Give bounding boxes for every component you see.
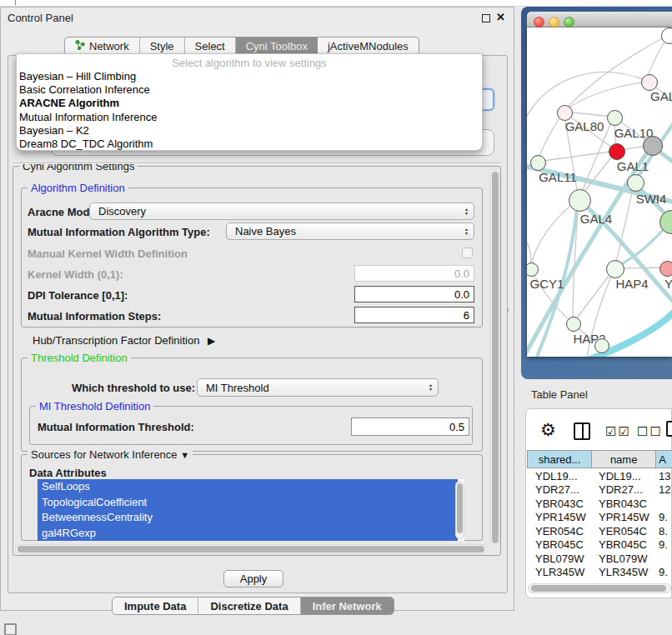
data-attribute-item[interactable]: TopologicalCoefficient xyxy=(38,495,458,511)
tab-network[interactable]: Network xyxy=(65,38,140,54)
mi-type-value: Naive Bayes xyxy=(235,225,296,238)
mi-type-select[interactable]: Naive Bayes ▴▾ xyxy=(226,222,474,240)
cell-name: YPR145W xyxy=(592,511,657,523)
algorithm-menu-item[interactable]: Bayesian – Hill Climbing xyxy=(18,70,479,83)
mi-steps-input[interactable] xyxy=(354,307,474,323)
window-close-button[interactable] xyxy=(534,17,544,28)
table-row[interactable]: YBL079W YBL079W xyxy=(527,552,672,566)
tab-cyni-toolbox-label: Cyni Toolbox xyxy=(246,40,308,52)
mi-threshold-input[interactable] xyxy=(351,418,469,436)
table-horizontal-scrollbar[interactable] xyxy=(528,583,671,593)
table-row[interactable]: YBR045C YBR045C 9. xyxy=(527,538,672,552)
tab-style[interactable]: Style xyxy=(140,38,185,54)
cell-shared-name: YBR043C xyxy=(527,498,592,510)
algorithm-dropdown-list: Bayesian – Hill ClimbingBasic Correlatio… xyxy=(18,70,479,151)
aracne-mode-select[interactable]: Discovery ▴▾ xyxy=(89,202,474,220)
network-node-label: GAL80 xyxy=(565,119,604,133)
settings-horizontal-scrollbar-thumb[interactable] xyxy=(18,546,484,552)
network-node[interactable] xyxy=(643,136,663,156)
cell-name: YDL19... xyxy=(592,470,657,482)
network-node-hap2[interactable] xyxy=(566,317,581,332)
network-node-y[interactable] xyxy=(659,261,672,277)
table-row[interactable]: YBR043C YBR043C xyxy=(527,497,672,511)
apply-button[interactable]: Apply xyxy=(223,570,283,588)
hub-definition-label: Hub/Transcription Factor Definition xyxy=(33,334,199,347)
dpi-tolerance-input[interactable] xyxy=(354,286,474,302)
kernel-width-input[interactable] xyxy=(354,265,474,282)
tab-discretize-data[interactable]: Discretize Data xyxy=(198,598,300,614)
network-node[interactable] xyxy=(661,28,672,44)
manual-kernel-checkbox[interactable] xyxy=(462,248,473,258)
settings-vertical-scrollbar[interactable] xyxy=(490,169,500,546)
cell-shared-name: YER054C xyxy=(527,525,592,538)
close-icon[interactable]: ✕ xyxy=(496,11,505,23)
gear-icon[interactable]: ⚙ xyxy=(540,420,556,440)
table-header-row: shared... name A xyxy=(527,450,672,468)
algorithm-menu-item[interactable]: Basic Correlation Inference xyxy=(18,83,479,97)
attributes-scrollbar-thumb[interactable] xyxy=(457,483,463,533)
window-zoom-button[interactable] xyxy=(564,17,574,28)
cell-value: 9. xyxy=(657,538,672,551)
hidden-panel-edge xyxy=(13,162,501,164)
network-node-gal10[interactable] xyxy=(607,110,623,126)
cell-name: YIL052C xyxy=(592,580,657,582)
algorithm-menu-item[interactable]: Bayesian – K2 xyxy=(18,124,479,138)
tab-select[interactable]: Select xyxy=(185,38,236,54)
column-header-shared-name[interactable]: shared... xyxy=(527,450,591,468)
expanded-arrow-icon[interactable]: ▼ xyxy=(180,450,189,460)
split-columns-icon[interactable] xyxy=(574,422,590,440)
which-threshold-select[interactable]: MI Threshold ▴▾ xyxy=(197,378,439,397)
network-node-gal1[interactable] xyxy=(609,143,625,160)
algorithm-menu-item[interactable]: Mutual Information Inference xyxy=(18,111,479,124)
settings-vertical-scrollbar-thumb[interactable] xyxy=(492,172,499,543)
tab-infer-network[interactable]: Infer Network xyxy=(301,598,394,614)
data-attribute-item[interactable]: SelfLoops xyxy=(38,479,458,495)
data-attributes-list: SelfLoopsTopologicalCoefficientBetweenne… xyxy=(38,479,464,541)
table-row[interactable]: YLR345W YLR345W 9. xyxy=(527,566,672,580)
network-window-titlebar[interactable] xyxy=(527,12,672,28)
table-row[interactable]: YIL052C YIL052C 9. xyxy=(527,579,672,582)
table-row[interactable]: YDR27... YDR27... 12 xyxy=(527,483,672,498)
tab-jactivemnodules[interactable]: jActiveMNodules xyxy=(318,38,419,54)
data-attribute-item[interactable]: BetweennessCentrality xyxy=(38,510,458,526)
table-row[interactable]: YPR145W YPR145W 9. xyxy=(527,511,672,525)
algorithm-menu-item[interactable]: ARACNE Algorithm xyxy=(18,97,479,110)
settings-horizontal-scrollbar[interactable] xyxy=(15,544,487,554)
data-attribute-item[interactable]: gal4RGexp xyxy=(38,526,458,542)
float-window-icon[interactable] xyxy=(482,14,490,22)
dock-panel-icon[interactable] xyxy=(4,623,17,635)
table-row[interactable]: YDL19... YDL19... 13 xyxy=(527,469,672,483)
network-node-label: GAL1 xyxy=(617,159,649,173)
table-panel-title: Table Panel xyxy=(531,388,588,401)
network-node-gal11[interactable] xyxy=(530,155,546,171)
network-node-label: GCY1 xyxy=(530,277,564,291)
network-node-gal4[interactable] xyxy=(569,189,591,212)
column-header-clipped[interactable]: A xyxy=(655,450,672,468)
tab-impute-data[interactable]: Impute Data xyxy=(113,598,198,614)
network-node-label: GAL4 xyxy=(580,212,612,226)
network-icon xyxy=(75,39,85,52)
stepper-icon: ▴▾ xyxy=(465,208,468,216)
collapsed-arrow-icon: ▶ xyxy=(208,335,215,347)
cell-shared-name: YPR145W xyxy=(527,511,592,523)
network-node-gcy1[interactable] xyxy=(527,262,539,277)
tab-cyni-toolbox[interactable]: Cyni Toolbox xyxy=(236,38,318,54)
export-table-icon[interactable] xyxy=(666,421,672,437)
algorithm-definition-title: Algorithm Definition xyxy=(28,182,128,194)
panel-splitter-handle[interactable]: ‹ xyxy=(507,306,509,314)
select-all-checkboxes-icon[interactable]: ☑☑ xyxy=(605,424,631,439)
tab-style-label: Style xyxy=(150,40,174,52)
network-node-swi4[interactable] xyxy=(627,174,644,192)
table-row[interactable]: YER054C YER054C 8. xyxy=(527,524,672,538)
table-horizontal-scrollbar-thumb[interactable] xyxy=(531,585,666,592)
window-minimize-button[interactable] xyxy=(549,17,559,28)
column-header-name[interactable]: name xyxy=(591,450,655,468)
hub-definition-toggle[interactable]: Hub/Transcription Factor Definition ▶ xyxy=(33,334,215,347)
network-node[interactable] xyxy=(594,338,609,353)
clear-all-checkboxes-icon[interactable]: ☐☐ xyxy=(637,424,663,439)
network-node-label: GAL xyxy=(650,89,672,103)
algorithm-dropdown-placeholder: Select algorithm to view settings xyxy=(17,57,482,69)
attributes-scrollbar[interactable] xyxy=(455,481,464,539)
algorithm-menu-item[interactable]: Dream8 DC_TDC Algorithm xyxy=(18,138,479,151)
network-canvas[interactable]: GALGAL80GAL10GAL1GAL11SWI4GAL4GCY1HAP4YH… xyxy=(527,28,672,357)
